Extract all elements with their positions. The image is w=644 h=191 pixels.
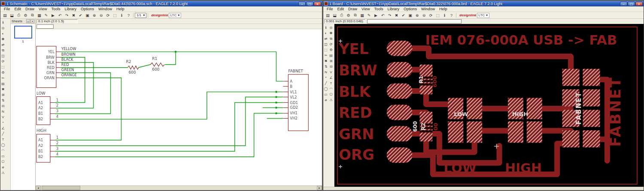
print-icon[interactable]: ⎙ [15, 12, 22, 18]
info-toolbar-icon[interactable]: ℹ [118, 12, 125, 18]
zoom-in-icon[interactable]: ⊕ [91, 12, 97, 18]
close-panel-icon[interactable]: ✕ [30, 19, 34, 23]
cut-tool-icon[interactable]: ✂ [323, 53, 328, 58]
paste-tool-icon[interactable]: ▤ [328, 53, 334, 58]
ltc-library-dropdown[interactable]: LTC ▾ [477, 13, 490, 18]
titlebar[interactable]: 1 Schematic - C:\Users\INVEST~1\AppData\… [0, 1, 322, 6]
maximize-button[interactable]: ▢ [628, 2, 635, 6]
open-icon[interactable]: ▤ [2, 12, 8, 18]
menu-item[interactable]: Help [437, 6, 450, 12]
name-tool-icon[interactable]: N [323, 69, 328, 75]
menu-item[interactable]: Draw [346, 6, 359, 12]
menu-item[interactable]: Edit [335, 6, 346, 12]
zoom-out-icon[interactable]: ⊖ [421, 12, 427, 18]
value-tool-icon[interactable]: V [328, 69, 334, 75]
cam-processor-icon[interactable]: ⚙ [22, 12, 29, 18]
help-icon[interactable]: ? [448, 12, 455, 18]
replace-tool-icon[interactable]: ⊟ [328, 64, 334, 69]
circle-tool-icon[interactable]: ◯ [0, 142, 6, 148]
use-library-icon[interactable]: ▦ [36, 12, 43, 18]
stop-icon[interactable]: ✖ [393, 12, 400, 18]
change-tool-icon[interactable]: ⚙ [328, 47, 334, 53]
mark-tool-icon[interactable]: ✚ [328, 30, 334, 36]
help-icon[interactable]: ? [125, 12, 132, 18]
designlink-logo[interactable]: designlink [459, 13, 477, 17]
run-icon[interactable]: ▶ [373, 12, 379, 18]
zoom-in-icon[interactable]: ⊕ [414, 12, 420, 18]
menu-item[interactable]: Options [79, 6, 96, 12]
value-tool-icon[interactable]: V [0, 114, 6, 120]
menu-item[interactable]: Window [419, 6, 437, 12]
menu-item[interactable]: View [36, 6, 49, 12]
copy-tool-icon[interactable]: ⧉ [0, 48, 6, 53]
rotate-tool-icon[interactable]: ⟳ [0, 59, 6, 64]
close-button[interactable]: ✕ [635, 2, 643, 6]
designlink-logo[interactable]: designlink [151, 13, 168, 17]
zoom-fit-icon[interactable]: ▣ [84, 12, 91, 18]
menu-item[interactable]: Edit [12, 6, 24, 12]
miter-tool-icon[interactable]: ∠ [0, 125, 6, 131]
menu-item[interactable]: Tools [372, 6, 385, 12]
menu-item[interactable]: Options [401, 6, 419, 12]
delete-tool-icon[interactable]: ✖ [323, 58, 328, 64]
scroll-left-icon[interactable]: ◄ [36, 186, 41, 190]
sheet-thumbnail[interactable] [14, 26, 32, 39]
menu-item[interactable]: Library [62, 6, 79, 12]
mirror-tool-icon[interactable]: ◫ [0, 53, 6, 59]
pinswap-tool-icon[interactable]: ⇅ [0, 98, 6, 103]
via-tool-icon[interactable]: ⌀ [0, 164, 6, 170]
zoom-fit-icon[interactable]: ▣ [407, 12, 413, 18]
polygon-tool-icon[interactable]: ⬠ [328, 92, 334, 97]
redo-icon[interactable]: ↷ [386, 12, 393, 18]
polygon-tool-icon[interactable]: ⬠ [0, 159, 6, 164]
mirror-tool-icon[interactable]: ◫ [323, 42, 328, 47]
minimize-button[interactable]: – [298, 2, 306, 6]
errors-tool-icon[interactable]: ⚠ [328, 97, 334, 103]
cut-tool-icon[interactable]: ✂ [0, 75, 6, 81]
print-icon[interactable]: ⎙ [338, 12, 345, 18]
zoom-redraw-icon[interactable]: ⟳ [428, 12, 434, 18]
info-tool-icon[interactable]: ℹ [0, 20, 6, 25]
maximize-button[interactable]: ▢ [306, 2, 313, 6]
zoom-out-icon[interactable]: ⊖ [98, 12, 104, 18]
menu-item[interactable]: Draw [23, 6, 36, 12]
text-tool-icon[interactable]: T [0, 137, 6, 142]
script-icon[interactable]: ✎ [366, 12, 372, 18]
smash-tool-icon[interactable]: * [0, 120, 6, 125]
errors-tool-icon[interactable]: ⚠ [0, 170, 6, 176]
rect-tool-icon[interactable]: ▭ [323, 92, 328, 97]
paste-tool-icon[interactable]: ▤ [0, 81, 6, 87]
wire-tool-icon[interactable]: ╱ [0, 131, 6, 137]
group-tool-icon[interactable]: ⬚ [0, 64, 6, 70]
name-tool-icon[interactable]: N [0, 109, 6, 114]
sheet-selector[interactable]: 1/1 ▾ [135, 13, 146, 18]
menu-item[interactable]: Tools [49, 6, 62, 12]
rect-tool-icon[interactable]: ▭ [0, 153, 6, 159]
wire-tool-icon[interactable]: ╱ [323, 81, 328, 86]
h-scrollbar[interactable]: ◄ ► [36, 185, 322, 190]
menu-item[interactable]: Library [385, 6, 401, 12]
info-toolbar-icon[interactable]: ℹ [441, 12, 448, 18]
command-input[interactable] [36, 24, 54, 29]
show-tool-icon[interactable]: ◎ [0, 25, 6, 31]
info-tool-icon[interactable]: ℹ [323, 25, 328, 30]
save-icon[interactable]: ⬓ [331, 12, 338, 18]
go-icon[interactable]: ✔ [400, 12, 407, 18]
move-tool-icon[interactable]: ⇄ [323, 36, 328, 42]
menu-item[interactable]: File [325, 6, 335, 12]
cam-processor-icon[interactable]: ⚙ [345, 12, 352, 18]
add-tool-icon[interactable]: ⊞ [328, 58, 334, 64]
add-tool-icon[interactable]: ⊞ [0, 92, 6, 98]
mark-tool-icon[interactable]: ✚ [0, 36, 6, 42]
menu-item[interactable]: View [359, 6, 372, 12]
close-button[interactable]: ✕ [314, 2, 321, 6]
use-library-icon[interactable]: ▦ [359, 12, 365, 18]
smash-tool-icon[interactable]: * [323, 75, 328, 81]
undo-icon[interactable]: ↶ [380, 12, 386, 18]
display-tool-icon[interactable]: ◐ [0, 31, 6, 36]
command-input[interactable] [367, 19, 462, 24]
minimize-button[interactable]: – [620, 2, 627, 6]
delete-tool-icon[interactable]: ✖ [0, 87, 6, 92]
circle-tool-icon[interactable]: ◯ [323, 86, 328, 92]
menu-item[interactable]: File [2, 6, 12, 12]
